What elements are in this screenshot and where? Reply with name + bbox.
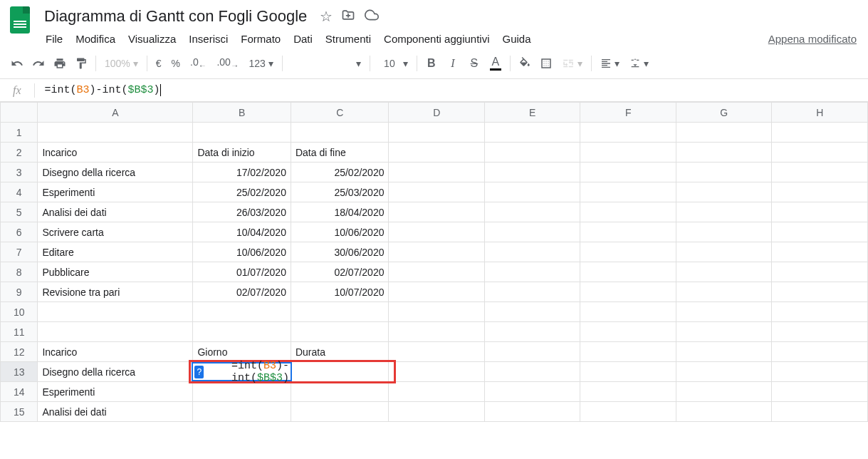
undo-button[interactable]	[7, 53, 27, 73]
cell[interactable]	[484, 382, 580, 402]
increase-decimal-button[interactable]: .00→	[212, 56, 243, 70]
cell[interactable]	[484, 182, 580, 202]
cell[interactable]: ?=int(B3)-int($B$3)	[193, 362, 291, 382]
cell[interactable]	[772, 262, 868, 282]
cell[interactable]	[772, 222, 868, 242]
cell[interactable]	[484, 123, 580, 143]
print-button[interactable]	[50, 53, 70, 73]
cell[interactable]: 26/03/2020	[193, 202, 291, 222]
cell[interactable]: Pubblicare	[38, 262, 193, 282]
cell[interactable]	[580, 302, 676, 322]
cell[interactable]	[484, 163, 580, 182]
cell[interactable]	[389, 282, 484, 302]
cell[interactable]	[291, 402, 389, 422]
menu-tools[interactable]: Strumenti	[320, 30, 377, 48]
last-edit-link[interactable]: Appena modificato	[763, 30, 862, 48]
cell[interactable]	[291, 123, 389, 143]
cell[interactable]	[291, 362, 389, 382]
cell[interactable]	[580, 143, 676, 163]
row-header[interactable]: 8	[1, 262, 38, 282]
cell[interactable]	[193, 382, 291, 402]
cell[interactable]	[389, 222, 484, 242]
column-header-b[interactable]: B	[193, 103, 291, 123]
cell[interactable]	[676, 362, 771, 382]
cell[interactable]	[772, 342, 868, 362]
fx-icon[interactable]: fx	[7, 84, 27, 97]
cell[interactable]	[291, 302, 389, 322]
cell[interactable]	[676, 182, 771, 202]
row-header[interactable]: 1	[1, 123, 38, 143]
cell[interactable]: 25/02/2020	[193, 182, 291, 202]
cell[interactable]: Disegno della ricerca	[38, 362, 193, 382]
currency-button[interactable]: €	[152, 58, 166, 69]
cell[interactable]	[484, 342, 580, 362]
cell[interactable]	[772, 242, 868, 262]
column-header-d[interactable]: D	[389, 103, 484, 123]
column-header-f[interactable]: F	[580, 103, 676, 123]
cell[interactable]	[389, 382, 484, 402]
cloud-icon[interactable]	[364, 8, 380, 25]
cell[interactable]: Giorno	[193, 342, 291, 362]
cell[interactable]	[676, 302, 771, 322]
cell[interactable]	[389, 342, 484, 362]
cell[interactable]	[291, 382, 389, 402]
row-header[interactable]: 12	[1, 342, 38, 362]
cell[interactable]: 10/07/2020	[291, 282, 389, 302]
cell[interactable]: 25/03/2020	[291, 182, 389, 202]
cell[interactable]	[676, 402, 771, 422]
cell[interactable]	[389, 362, 484, 382]
cell[interactable]	[676, 123, 771, 143]
decrease-decimal-button[interactable]: .0←	[186, 56, 211, 70]
cell[interactable]	[676, 143, 771, 163]
cell[interactable]	[38, 322, 193, 342]
column-header-e[interactable]: E	[484, 103, 580, 123]
cell[interactable]	[484, 362, 580, 382]
font-size-dropdown[interactable]: 10 ▾	[375, 58, 412, 69]
cell[interactable]: 10/06/2020	[291, 222, 389, 242]
cell[interactable]	[772, 202, 868, 222]
horizontal-align-button[interactable]: ▾	[596, 58, 624, 69]
select-all-corner[interactable]	[1, 103, 38, 123]
cell[interactable]: Disegno della ricerca	[38, 163, 193, 182]
cell[interactable]: Data di inizio	[193, 143, 291, 163]
cell[interactable]: Data di fine	[291, 143, 389, 163]
cell[interactable]	[676, 242, 771, 262]
cell[interactable]	[580, 382, 676, 402]
cell[interactable]: 01/07/2020	[193, 262, 291, 282]
bold-button[interactable]: B	[422, 53, 441, 73]
row-header[interactable]: 9	[1, 282, 38, 302]
cell[interactable]	[389, 123, 484, 143]
cell[interactable]: Durata	[291, 342, 389, 362]
cell[interactable]: 18/04/2020	[291, 202, 389, 222]
cell[interactable]	[484, 402, 580, 422]
move-icon[interactable]	[341, 8, 355, 25]
percent-button[interactable]: %	[167, 58, 184, 69]
cell[interactable]	[193, 302, 291, 322]
cell[interactable]	[772, 143, 868, 163]
number-format-dropdown[interactable]: 123 ▾	[245, 58, 278, 69]
cell[interactable]	[676, 382, 771, 402]
text-color-button[interactable]: A	[486, 53, 506, 73]
cell[interactable]	[676, 163, 771, 182]
cell[interactable]	[389, 182, 484, 202]
cell[interactable]	[389, 202, 484, 222]
row-header[interactable]: 11	[1, 322, 38, 342]
cell[interactable]	[580, 342, 676, 362]
cell[interactable]	[772, 362, 868, 382]
cell[interactable]	[772, 322, 868, 342]
menu-addons[interactable]: Componenti aggiuntivi	[378, 30, 495, 48]
cell[interactable]: Editare	[38, 242, 193, 262]
cell[interactable]	[389, 262, 484, 282]
paint-format-button[interactable]	[71, 53, 91, 73]
sheets-logo[interactable]	[6, 6, 34, 34]
row-header[interactable]: 4	[1, 182, 38, 202]
menu-data[interactable]: Dati	[288, 30, 318, 48]
cell[interactable]	[772, 402, 868, 422]
cell[interactable]	[676, 222, 771, 242]
menu-insert[interactable]: Inserisci	[183, 30, 234, 48]
cell[interactable]	[291, 322, 389, 342]
cell[interactable]	[389, 302, 484, 322]
cell[interactable]	[580, 123, 676, 143]
zoom-dropdown[interactable]: 100% ▾	[100, 58, 142, 69]
star-icon[interactable]: ☆	[320, 8, 333, 25]
